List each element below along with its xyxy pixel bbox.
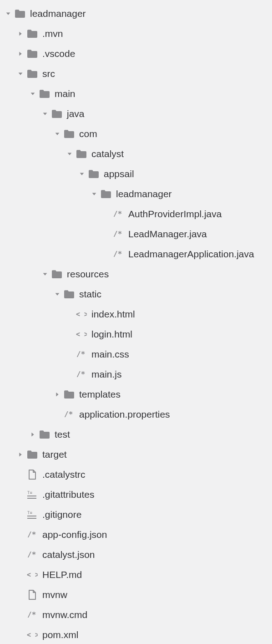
tree-row[interactable]: .mvn xyxy=(0,24,272,44)
tree-row[interactable]: < > HELP.md xyxy=(0,565,272,585)
tree-item-label: catalyst xyxy=(91,148,124,159)
tree-item-label: LeadmanagerApplication.java xyxy=(128,249,254,260)
tree-item-label: leadmanager xyxy=(116,189,172,199)
tree-row[interactable]: com xyxy=(0,124,272,144)
tree-row[interactable]: static xyxy=(0,284,272,304)
tree-row[interactable]: /* catalyst.json xyxy=(0,545,272,565)
tree-row[interactable]: appsail xyxy=(0,164,272,184)
tree-row[interactable]: .vscode xyxy=(0,44,272,64)
tree-row[interactable]: < > login.html xyxy=(0,324,272,344)
tree-item-label: test xyxy=(55,429,70,440)
chevron-down-icon[interactable] xyxy=(66,150,73,158)
tree-item-label: templates xyxy=(79,389,121,400)
code-icon: /* xyxy=(27,549,38,560)
tree-item-label: pom.xml xyxy=(42,629,78,640)
tree-row[interactable]: T≡ .gitignore xyxy=(0,505,272,525)
tree-item-label: com xyxy=(79,128,97,139)
chevron-down-icon[interactable] xyxy=(41,110,49,118)
tree-row[interactable]: < > index.html xyxy=(0,304,272,324)
tree-item-label: .vscode xyxy=(42,48,75,59)
tree-row[interactable]: mvnw xyxy=(0,585,272,605)
tree-row[interactable]: src xyxy=(0,64,272,84)
chevron-right-icon[interactable] xyxy=(29,431,36,438)
tree-item-label: main.css xyxy=(91,349,129,360)
svg-text:< >: < > xyxy=(27,571,38,579)
chevron-down-icon[interactable] xyxy=(17,70,24,77)
tree-row[interactable]: /* application.properties xyxy=(0,404,272,424)
folder-icon xyxy=(64,289,75,300)
tree-item-label: LeadManager.java xyxy=(128,229,207,240)
chevron-right-icon[interactable] xyxy=(54,391,61,398)
tree-row[interactable]: leadmanager xyxy=(0,4,272,24)
chevron-down-icon[interactable] xyxy=(41,271,49,278)
tree-row[interactable]: catalyst xyxy=(0,144,272,164)
folder-icon xyxy=(27,449,38,460)
svg-text:/*: /* xyxy=(113,230,122,238)
code-icon: /* xyxy=(27,529,38,540)
svg-text:/*: /* xyxy=(113,250,122,258)
tree-item-label: .mvn xyxy=(42,28,63,39)
svg-text:/*: /* xyxy=(113,210,122,218)
svg-text:< >: < > xyxy=(27,631,38,639)
folder-icon xyxy=(64,128,75,139)
tree-row[interactable]: test xyxy=(0,424,272,445)
tree-row[interactable]: /* app-config.json xyxy=(0,525,272,545)
svg-text:/*: /* xyxy=(64,410,73,419)
svg-text:T≡: T≡ xyxy=(27,511,32,515)
folder-icon xyxy=(64,389,75,400)
tree-item-label: target xyxy=(42,449,67,460)
tree-row[interactable]: /* main.css xyxy=(0,344,272,364)
tree-item-label: main xyxy=(55,88,76,99)
tree-item-label: app-config.json xyxy=(42,529,107,540)
tree-item-label: .gitignore xyxy=(42,509,81,520)
chevron-down-icon[interactable] xyxy=(5,10,12,17)
tree-row[interactable]: /* AuthProviderImpl.java xyxy=(0,204,272,224)
tree-item-label: HELP.md xyxy=(42,569,82,580)
tree-row[interactable]: .catalystrc xyxy=(0,465,272,485)
tree-row[interactable]: T≡ .gitattributes xyxy=(0,485,272,505)
code-icon: /* xyxy=(113,229,124,240)
folder-icon xyxy=(27,68,38,79)
tree-item-label: mvnw xyxy=(42,589,67,600)
folder-icon xyxy=(101,189,111,199)
svg-text:< >: < > xyxy=(76,330,87,338)
tree-row[interactable]: < > pom.xml xyxy=(0,625,272,644)
tree-row[interactable]: resources xyxy=(0,264,272,284)
folder-icon xyxy=(39,429,50,440)
tree-item-label: login.html xyxy=(91,329,132,340)
code-icon: /* xyxy=(113,249,124,260)
tree-item-label: application.properties xyxy=(79,409,170,420)
tree-row[interactable]: /* mvnw.cmd xyxy=(0,605,272,625)
code-icon: /* xyxy=(113,209,124,220)
tree-item-label: src xyxy=(42,68,55,79)
chevron-right-icon[interactable] xyxy=(17,451,24,458)
tree-row[interactable]: java xyxy=(0,104,272,124)
tree-row[interactable]: templates xyxy=(0,384,272,404)
tree-row[interactable]: leadmanager xyxy=(0,184,272,204)
tree-row[interactable]: main xyxy=(0,84,272,104)
code-icon: /* xyxy=(76,369,87,380)
tree-item-label: java xyxy=(67,108,85,119)
chevron-right-icon[interactable] xyxy=(17,30,24,37)
chevron-down-icon[interactable] xyxy=(54,291,61,298)
chevron-down-icon[interactable] xyxy=(91,190,98,198)
chevron-down-icon[interactable] xyxy=(78,170,86,178)
folder-icon xyxy=(27,48,38,59)
svg-text:/*: /* xyxy=(76,350,85,358)
chevron-right-icon[interactable] xyxy=(17,50,24,57)
tree-row[interactable]: /* LeadManager.java xyxy=(0,224,272,244)
folder-icon xyxy=(51,269,62,280)
markup-icon: < > xyxy=(76,329,87,340)
tree-row[interactable]: /* main.js xyxy=(0,364,272,384)
svg-text:/*: /* xyxy=(27,531,36,539)
markup-icon: < > xyxy=(27,569,38,580)
tree-item-label: AuthProviderImpl.java xyxy=(128,209,222,220)
chevron-down-icon[interactable] xyxy=(54,130,61,138)
svg-text:/*: /* xyxy=(76,370,85,378)
tree-row[interactable]: target xyxy=(0,445,272,465)
folder-icon xyxy=(39,88,50,99)
chevron-down-icon[interactable] xyxy=(29,90,36,97)
code-icon: /* xyxy=(64,409,75,420)
tree-item-label: static xyxy=(79,289,101,300)
tree-row[interactable]: /* LeadmanagerApplication.java xyxy=(0,244,272,264)
